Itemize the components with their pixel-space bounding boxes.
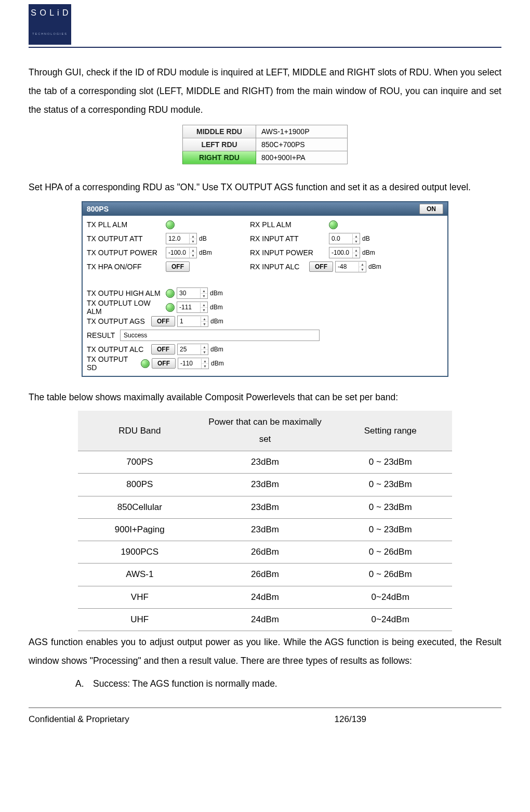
chevron-down-icon: ▼ xyxy=(201,294,207,298)
rx-alc-stepper[interactable]: -48▲▼ xyxy=(335,261,366,272)
table-row: LEFT RDU 850C+700PS xyxy=(183,138,348,151)
chevron-up-icon: ▲ xyxy=(359,262,366,267)
label-rx-pll: RX PLL ALM xyxy=(250,220,327,229)
paragraph-4: AGS function enables you to adjust outpu… xyxy=(29,633,501,671)
led-icon xyxy=(329,220,338,229)
tx-sd-toggle[interactable]: OFF xyxy=(152,358,176,369)
table-row: 700PS23dBm0 ~ 23dBm xyxy=(78,451,452,473)
table-row: RIGHT RDU 800+900I+PA xyxy=(183,151,348,164)
tab-left-rdu[interactable]: LEFT RDU xyxy=(183,138,256,151)
unit: dBm xyxy=(362,249,375,256)
chevron-down-icon: ▼ xyxy=(202,364,208,369)
label-tx-alc: TX OUTPUT ALC xyxy=(87,345,149,353)
label-rx-att: RX INPUT ATT xyxy=(250,234,327,243)
tx-sd-stepper[interactable]: -110▲▼ xyxy=(178,358,209,369)
label-tx-sd: TX OUTPUT SD xyxy=(87,355,139,372)
list-item-a: A. Success: The AGS function is normally… xyxy=(75,675,501,693)
table-row: VHF24dBm0~24dBm xyxy=(78,586,452,608)
unit: dBm xyxy=(368,263,381,270)
tx-ags-stepper[interactable]: 1▲▼ xyxy=(177,316,208,327)
unit: dBm xyxy=(210,304,223,311)
settings-panel: 800PS ON TX PLL ALM RX PLL ALM TX OUTPUT… xyxy=(82,201,448,377)
chevron-down-icon: ▼ xyxy=(353,239,360,244)
tx-ags-toggle[interactable]: OFF xyxy=(151,316,175,326)
chevron-down-icon: ▼ xyxy=(190,239,196,244)
footer-left: Confidential & Proprietary xyxy=(29,714,335,725)
rx-alc-toggle[interactable]: OFF xyxy=(309,261,333,272)
chevron-down-icon: ▼ xyxy=(201,350,208,355)
chevron-up-icon: ▲ xyxy=(201,289,207,294)
footer-page: 126/139 xyxy=(335,714,501,725)
tx-hpa-toggle[interactable]: OFF xyxy=(166,261,190,272)
rdu-value: 800+900I+PA xyxy=(256,151,348,164)
col-power: Power that can be maximally set xyxy=(202,411,329,451)
led-icon xyxy=(141,359,150,368)
tx-att-stepper[interactable]: 12.0▲▼ xyxy=(166,233,197,244)
logo: S O L i D TECHNOLOGIES xyxy=(29,4,71,45)
unit: dBm xyxy=(210,290,223,297)
tx-lo-stepper[interactable]: -111▲▼ xyxy=(177,302,208,313)
rdu-slot-table: MIDDLE RDU AWS-1+1900P LEFT RDU 850C+700… xyxy=(182,125,348,164)
chevron-down-icon: ▼ xyxy=(201,308,207,312)
chevron-down-icon: ▼ xyxy=(359,267,366,272)
logo-subtext: TECHNOLOGIES xyxy=(29,32,71,35)
led-icon xyxy=(166,289,175,298)
label-rx-alc: RX INPUT ALC xyxy=(250,263,307,271)
chevron-up-icon: ▲ xyxy=(190,234,196,239)
tx-pwr-stepper[interactable]: -100.0▲▼ xyxy=(166,247,197,258)
band-table: RDU Band Power that can be maximally set… xyxy=(78,411,452,631)
panel-title: 800PS xyxy=(87,205,109,213)
page-footer: Confidential & Proprietary 126/139 xyxy=(29,708,501,725)
led-icon xyxy=(166,303,175,312)
col-band: RDU Band xyxy=(78,411,202,451)
paragraph-3: The table below shows maximally availabl… xyxy=(29,388,501,407)
paragraph-2: Set HPA of a corresponding RDU as "ON." … xyxy=(29,178,501,197)
chevron-up-icon: ▲ xyxy=(353,248,360,253)
label-tx-att: TX OUTPUT ATT xyxy=(87,234,164,243)
page-header: S O L i D TECHNOLOGIES xyxy=(29,0,501,48)
panel-on-button[interactable]: ON xyxy=(419,204,443,214)
panel-header: 800PS ON xyxy=(83,202,447,216)
rx-pwr-stepper[interactable]: -100.0▲▼ xyxy=(329,247,360,258)
unit: dBm xyxy=(210,346,223,353)
tx-alc-toggle[interactable]: OFF xyxy=(151,344,175,355)
tx-alc-stepper[interactable]: 25▲▼ xyxy=(177,344,208,355)
table-row: 1900PCS26dBm0 ~ 26dBm xyxy=(78,541,452,564)
table-row: 900I+Paging23dBm0 ~ 23dBm xyxy=(78,518,452,541)
chevron-up-icon: ▲ xyxy=(201,303,207,308)
chevron-down-icon: ▼ xyxy=(353,253,360,258)
rdu-value: 850C+700PS xyxy=(256,138,348,151)
chevron-up-icon: ▲ xyxy=(353,234,360,239)
tab-middle-rdu[interactable]: MIDDLE RDU xyxy=(183,125,256,138)
label-tx-pll: TX PLL ALM xyxy=(87,220,164,229)
label-tx-hpa: TX HPA ON/OFF xyxy=(87,263,164,271)
unit: dBm xyxy=(199,249,212,256)
unit: dB xyxy=(362,235,370,242)
unit: dBm xyxy=(211,360,224,367)
chevron-up-icon: ▲ xyxy=(201,317,208,322)
table-row: 850Cellular23dBm0 ~ 23dBm xyxy=(78,496,452,518)
label-tx-ags: TX OUTPUT AGS xyxy=(87,317,149,325)
table-row: MIDDLE RDU AWS-1+1900P xyxy=(183,125,348,138)
rx-att-stepper[interactable]: 0.0▲▼ xyxy=(329,233,360,244)
chevron-up-icon: ▲ xyxy=(190,248,196,253)
chevron-up-icon: ▲ xyxy=(202,359,208,364)
label-rx-pwr: RX INPUT POWER xyxy=(250,248,327,257)
chevron-down-icon: ▼ xyxy=(190,253,196,258)
rdu-slot-figure: MIDDLE RDU AWS-1+1900P LEFT RDU 850C+700… xyxy=(29,125,501,167)
rdu-value: AWS-1+1900P xyxy=(256,125,348,138)
chevron-down-icon: ▼ xyxy=(201,322,208,326)
logo-text: S O L i D xyxy=(29,8,71,18)
label-tx-lo: TX OUTPLUT LOW ALM xyxy=(87,299,164,316)
paragraph-1: Through GUI, check if the ID of RDU modu… xyxy=(29,63,501,120)
unit: dB xyxy=(199,235,207,242)
chevron-up-icon: ▲ xyxy=(201,345,208,350)
label-result: RESULT xyxy=(87,331,118,339)
label-tx-hi: TX OUTPU HIGH ALM xyxy=(87,289,164,297)
table-row: 800PS23dBm0 ~ 23dBm xyxy=(78,474,452,496)
tx-hi-stepper[interactable]: 30▲▼ xyxy=(177,287,208,299)
tab-right-rdu[interactable]: RIGHT RDU xyxy=(183,151,256,164)
col-range: Setting range xyxy=(328,411,452,451)
unit: dBm xyxy=(210,318,223,325)
result-field: Success xyxy=(120,330,320,341)
